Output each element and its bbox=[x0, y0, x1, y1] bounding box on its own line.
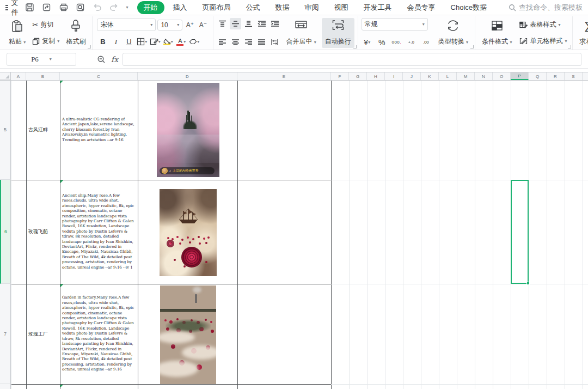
cell-B7-title[interactable]: 玫瑰工厂 bbox=[27, 284, 59, 384]
row-header-5[interactable]: 5 bbox=[0, 80, 11, 180]
tab-page-layout[interactable]: 页面布局 bbox=[196, 1, 237, 14]
col-header-S[interactable]: S bbox=[565, 72, 583, 80]
bold-button[interactable]: B bbox=[97, 36, 108, 47]
print-icon[interactable] bbox=[59, 3, 69, 13]
col-header-L[interactable]: L bbox=[439, 72, 457, 80]
table-style-button[interactable]: 表格样式 ▾ bbox=[517, 19, 569, 31]
col-header-B[interactable]: B bbox=[26, 72, 60, 80]
col-header-C[interactable]: C bbox=[60, 72, 138, 80]
cell-D6-image-ship-in-rose-clouds[interactable] bbox=[160, 189, 217, 276]
export-icon[interactable] bbox=[42, 3, 52, 13]
col-header-N[interactable]: N bbox=[475, 72, 493, 80]
distributed-icon[interactable] bbox=[269, 37, 280, 48]
cell-B5-title[interactable]: 古风江畔 bbox=[27, 80, 59, 180]
italic-button[interactable]: I bbox=[110, 36, 121, 47]
tab-formulas[interactable]: 公式 bbox=[240, 1, 267, 14]
cell-D5-image-cherry-blossom-lake[interactable]: ♪ 上品的AI绘画世界 bbox=[157, 83, 219, 177]
undo-icon[interactable] bbox=[93, 3, 102, 13]
font-name-select[interactable]: 宋体▾ bbox=[97, 19, 156, 31]
merge-center-button[interactable]: 合并居中 ▾ bbox=[283, 18, 319, 48]
col-header-partial[interactable] bbox=[583, 72, 588, 80]
row-header-7[interactable]: 7 bbox=[0, 284, 11, 384]
tab-data[interactable]: 数据 bbox=[269, 1, 296, 14]
col-header-J[interactable]: J bbox=[403, 72, 421, 80]
command-search[interactable]: 查找命令、搜索模板 bbox=[509, 3, 583, 13]
number-dialog-launcher[interactable] bbox=[470, 45, 474, 48]
number-format-select[interactable]: 常规▾ bbox=[362, 18, 428, 31]
decrease-decimal-icon[interactable]: .00 bbox=[420, 37, 432, 48]
col-header-I[interactable]: I bbox=[385, 72, 403, 80]
row-header-6-selected[interactable]: 6 bbox=[0, 180, 11, 284]
thousands-separator-icon[interactable]: 000, bbox=[391, 37, 402, 48]
underline-button[interactable]: U bbox=[123, 36, 134, 47]
borders-icon[interactable]: ▾ bbox=[136, 36, 148, 47]
tab-insert[interactable]: 插入 bbox=[167, 1, 194, 14]
currency-icon[interactable]: ¥▾ bbox=[362, 37, 373, 48]
save-icon[interactable] bbox=[25, 3, 35, 13]
fill-color-icon[interactable]: ▾ bbox=[162, 36, 174, 47]
sum-button[interactable]: ∑ 求和 ▾ bbox=[576, 18, 588, 48]
increase-indent-icon[interactable] bbox=[269, 18, 280, 29]
tab-review[interactable]: 审阅 bbox=[298, 1, 326, 14]
decrease-indent-icon[interactable] bbox=[256, 18, 267, 29]
col-header-R[interactable]: R bbox=[547, 72, 565, 80]
fx-icon[interactable]: fx bbox=[111, 55, 118, 64]
col-header-Q[interactable]: Q bbox=[529, 72, 547, 80]
justify-icon[interactable] bbox=[256, 37, 267, 48]
col-header-A[interactable]: A bbox=[11, 72, 26, 80]
fill-handle[interactable] bbox=[526, 282, 530, 285]
hamburger-menu-icon[interactable] bbox=[5, 5, 8, 10]
select-all-corner[interactable] bbox=[0, 72, 11, 80]
align-bottom-icon[interactable] bbox=[243, 18, 254, 29]
align-right-icon[interactable] bbox=[243, 37, 254, 48]
align-center-icon[interactable] bbox=[230, 37, 241, 48]
col-header-D[interactable]: D bbox=[138, 72, 237, 80]
eraser-icon[interactable]: ▾ bbox=[188, 36, 200, 47]
increase-font-icon[interactable]: A⁺ bbox=[184, 19, 195, 31]
paste-button[interactable]: 粘贴 ▾ bbox=[5, 18, 29, 48]
tab-developer[interactable]: 开发工具 bbox=[357, 1, 399, 14]
font-color-icon[interactable]: A▾ bbox=[175, 36, 187, 47]
cell-D7-image-rose-garden-factory[interactable] bbox=[160, 285, 216, 384]
clipboard-dialog-launcher[interactable] bbox=[88, 45, 91, 48]
wrap-text-button[interactable]: 自动换行 bbox=[322, 18, 354, 48]
cell-C6-prompt[interactable]: Ancient ship,Many rose,A few roses,cloud… bbox=[60, 180, 137, 284]
cut-button[interactable]: ✂ 剪切 bbox=[30, 19, 62, 31]
align-top-icon[interactable] bbox=[217, 18, 228, 29]
type-convert-button[interactable]: 类型转换 ▾ bbox=[435, 18, 471, 48]
col-header-E[interactable]: E bbox=[237, 72, 331, 80]
formula-input[interactable] bbox=[122, 53, 581, 66]
cell-style-button[interactable]: 单元格样式 ▾ bbox=[517, 35, 569, 47]
tab-view[interactable]: 视图 bbox=[328, 1, 355, 14]
col-header-H[interactable]: H bbox=[367, 72, 385, 80]
conditional-format-button[interactable]: 条件格式 ▾ bbox=[479, 18, 515, 48]
copy-button[interactable]: 复制 ▾ bbox=[30, 35, 62, 47]
format-painter-button[interactable]: 格式刷 bbox=[63, 18, 89, 48]
cell-C7-prompt[interactable]: Garden in factory,Many rose,A few roses,… bbox=[60, 284, 137, 384]
alignment-dialog-launcher[interactable] bbox=[353, 45, 357, 48]
file-menu[interactable]: 文件 bbox=[11, 0, 19, 17]
col-header-F[interactable]: F bbox=[331, 72, 349, 80]
print-preview-icon[interactable] bbox=[76, 3, 85, 13]
increase-decimal-icon[interactable]: +.0 bbox=[406, 37, 417, 48]
font-size-select[interactable]: 10▾ bbox=[157, 20, 182, 31]
col-header-O[interactable]: O bbox=[493, 72, 511, 80]
spreadsheet-grid[interactable]: A B C D E F G H I J K L M N O P Q R S 5 … bbox=[0, 72, 588, 389]
col-header-P-selected[interactable]: P bbox=[511, 72, 529, 80]
redo-icon[interactable] bbox=[109, 3, 119, 13]
quick-access-caret-icon[interactable]: ▾ bbox=[126, 5, 128, 10]
tab-choice-data[interactable]: Choice数据 bbox=[444, 1, 493, 14]
selected-cell-P6[interactable] bbox=[511, 180, 529, 284]
cell-C5-prompt[interactable]: A ultra-realistic CG rendering of Ancien… bbox=[60, 80, 137, 180]
percent-icon[interactable]: % bbox=[376, 37, 388, 48]
draw-border-icon[interactable]: ▾ bbox=[149, 36, 161, 47]
decrease-font-icon[interactable]: A⁻ bbox=[197, 19, 209, 31]
col-header-G[interactable]: G bbox=[349, 72, 367, 80]
align-middle-icon[interactable] bbox=[230, 18, 241, 29]
name-box[interactable]: P6 ▾ bbox=[7, 53, 76, 66]
col-header-K[interactable]: K bbox=[421, 72, 439, 80]
tab-member[interactable]: 会员专享 bbox=[401, 1, 442, 14]
align-left-icon[interactable] bbox=[217, 37, 228, 48]
col-header-M[interactable]: M bbox=[457, 72, 475, 80]
row-header-8-partial[interactable] bbox=[0, 384, 11, 389]
